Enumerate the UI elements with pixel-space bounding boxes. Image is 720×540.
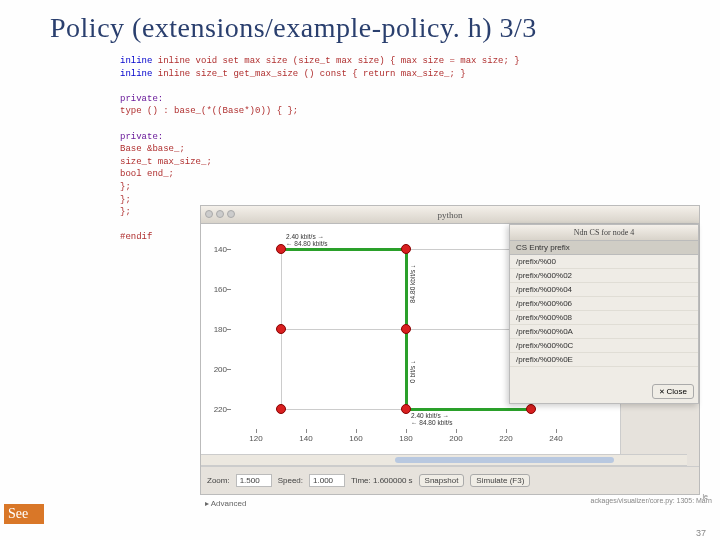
graph-node[interactable] — [401, 324, 411, 334]
graph-node[interactable] — [276, 244, 286, 254]
see-label: See — [4, 504, 44, 524]
slide-title: Policy (extensions/example-policy. h) 3/… — [0, 0, 720, 44]
time-label: Time: 1.600000 s — [351, 476, 413, 485]
speed-label: Speed: — [278, 476, 303, 485]
popup-column-header: CS Entry prefix — [510, 241, 698, 255]
cs-entry-row[interactable]: /prefix/%00%06 — [510, 297, 698, 311]
graph-edge — [405, 249, 408, 329]
cs-entry-row[interactable]: /prefix/%00%08 — [510, 311, 698, 325]
popup-title: Ndn CS for node 4 — [510, 225, 698, 241]
graph-edge — [406, 408, 531, 411]
cs-entry-row[interactable]: /prefix/%00%0A — [510, 325, 698, 339]
speed-input[interactable]: 1.000 — [309, 474, 345, 487]
cs-entry-row[interactable]: /prefix/%00%0C — [510, 339, 698, 353]
footer-path: ackages/visualizer/core.py: 1305: Marn — [591, 497, 712, 504]
cs-entry-row[interactable]: /prefix/%00 — [510, 255, 698, 269]
cs-entry-row[interactable]: /prefix/%00%02 — [510, 269, 698, 283]
graph-node[interactable] — [276, 324, 286, 334]
graph-node[interactable] — [401, 244, 411, 254]
graph-edge — [281, 248, 406, 251]
advanced-toggle[interactable]: Advanced — [205, 499, 246, 508]
graph-edge — [405, 329, 408, 409]
simulate-button[interactable]: Simulate (F3) — [470, 474, 530, 487]
graph-edge — [281, 409, 406, 410]
zoom-label: Zoom: — [207, 476, 230, 485]
popup-rows: /prefix/%00/prefix/%00%02/prefix/%00%04/… — [510, 255, 698, 367]
cs-entry-row[interactable]: /prefix/%00%04 — [510, 283, 698, 297]
cs-popup-window: Ndn CS for node 4 CS Entry prefix /prefi… — [509, 224, 699, 404]
zoom-input[interactable]: 1.500 — [236, 474, 272, 487]
cs-entry-row[interactable]: /prefix/%00%0E — [510, 353, 698, 367]
window-title: python — [437, 210, 462, 220]
close-button[interactable]: Close — [652, 384, 694, 399]
horizontal-scrollbar[interactable] — [201, 454, 687, 466]
bottom-toolbar: Zoom: 1.500 Speed: 1.000 Time: 1.600000 … — [201, 466, 699, 494]
graph-edge — [281, 249, 282, 329]
page-number: 37 — [696, 528, 706, 538]
graph-node[interactable] — [526, 404, 536, 414]
window-titlebar: python — [201, 206, 699, 224]
snapshot-button[interactable]: Snapshot — [419, 474, 465, 487]
graph-edge — [281, 329, 282, 409]
graph-node[interactable] — [401, 404, 411, 414]
graph-edge — [281, 329, 406, 330]
graph-node[interactable] — [276, 404, 286, 414]
embedded-screenshot: python 140160180200220120140160180200220… — [200, 205, 700, 495]
